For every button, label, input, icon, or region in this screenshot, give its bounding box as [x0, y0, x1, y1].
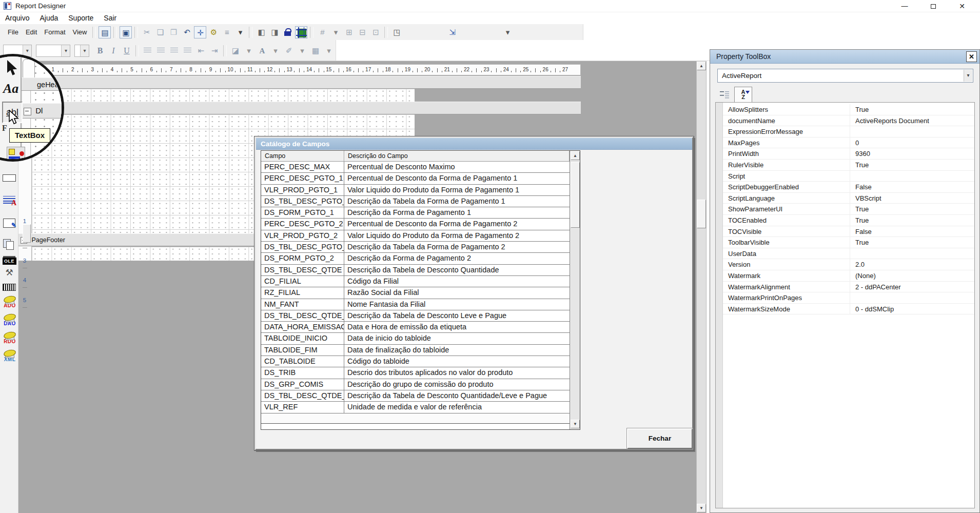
scrollbar-thumb[interactable] — [697, 200, 706, 228]
ado-data-control-icon[interactable]: ADO — [2, 296, 18, 308]
catalog-row[interactable]: DS_TBL_DESC_PGTO_2 Descrição da Tabela d… — [261, 242, 570, 253]
WatermarkAlignment[interactable]: WatermarkAlignment 2 - ddPACenter — [723, 282, 974, 293]
underline-icon[interactable]: U — [121, 45, 133, 57]
catalog-row[interactable]: PERC_DESC_PGTO_1 Percentual de Desconto … — [261, 173, 570, 184]
catalog-row[interactable]: DS_TBL_DESC_QTDE_V3 Descrição da Tabela … — [261, 390, 570, 402]
dropdown-arrow-icon[interactable]: ▾ — [296, 45, 308, 57]
column-header-descricao[interactable]: Descrição do Campo — [344, 151, 570, 162]
catalog-row[interactable]: VLR_REF Unidade de medida e valor de ref… — [261, 402, 570, 413]
scrollbar-thumb[interactable] — [571, 162, 580, 228]
categorized-view-button[interactable] — [716, 87, 732, 103]
bring-to-front-icon[interactable]: ◧ — [255, 26, 267, 38]
catalog-row[interactable]: CD_FILIAL Código da Filial — [261, 276, 570, 287]
reorder-icon[interactable]: ⇲ — [446, 26, 458, 38]
catalog-row[interactable]: VLR_PROD_PGTO_1 Valor Liquido do Produto… — [261, 185, 570, 196]
dao-data-control-icon[interactable]: DAO — [2, 314, 18, 326]
barcode-tool[interactable] — [2, 284, 16, 293]
report-explorer-icon[interactable]: ▤ — [99, 26, 111, 38]
dropdown-arrow-icon[interactable]: ▾ — [243, 45, 255, 57]
column-header-campo[interactable]: Campo — [261, 151, 344, 162]
MaxPages[interactable]: MaxPages 0 — [723, 137, 974, 149]
documentName[interactable]: documentName ActiveReports Document — [723, 115, 974, 127]
scroll-down-icon[interactable]: ▼ — [571, 420, 580, 428]
page-setup-icon[interactable]: ▣ — [120, 26, 132, 38]
nudge-icon[interactable]: ✛ — [194, 26, 206, 38]
line-color-icon[interactable]: ✐ — [283, 45, 295, 57]
rdo-data-control-icon[interactable]: RDO — [2, 332, 18, 344]
toolbar-icon[interactable] — [310, 27, 313, 38]
scroll-down-icon[interactable]: ▼ — [697, 504, 706, 512]
crop-icon[interactable]: ◳ — [390, 26, 403, 38]
TOCVisible[interactable]: TOCVisible False — [723, 226, 974, 238]
border-style-icon[interactable]: ▦ — [309, 45, 322, 57]
dialog-title-bar[interactable]: Catálogo de Campos — [256, 138, 692, 150]
paste-icon[interactable]: ❒ — [167, 26, 180, 38]
make-same-height-icon[interactable]: ⊟ — [356, 26, 368, 38]
lock-icon[interactable] — [282, 26, 294, 38]
section-splitter-handle[interactable] — [23, 224, 31, 243]
ScriptDebuggerEnabled[interactable]: ScriptDebuggerEnabled False — [723, 182, 974, 193]
PrintWidth[interactable]: PrintWidth 9360 — [723, 148, 974, 160]
TOCEnabled[interactable]: TOCEnabled True — [723, 215, 974, 226]
chevron-down-icon[interactable]: ▾ — [61, 45, 70, 56]
catalog-row[interactable]: VLR_PROD_PGTO_2 Valor Liquido do Produto… — [261, 230, 570, 242]
menu-edit[interactable]: Edit — [22, 28, 41, 36]
partial-tool-icon[interactable]: F — [2, 124, 7, 133]
dropdown-arrow-icon[interactable]: ▾ — [329, 26, 342, 38]
copy-icon[interactable]: ❏ — [154, 26, 166, 38]
toolbar-icon[interactable] — [134, 27, 138, 38]
catalog-row[interactable]: PERC_DESC_PGTO_2 Percentual de Desconto … — [261, 219, 570, 230]
font-size-combo[interactable]: ▾ — [74, 45, 89, 57]
Watermark[interactable]: Watermark (None) — [723, 270, 974, 282]
section-bar-detail[interactable] — [18, 102, 581, 114]
subreport-tool[interactable] — [2, 239, 16, 250]
bold-icon[interactable]: B — [94, 45, 106, 57]
ScriptLanguage[interactable]: ScriptLanguage VBScript — [723, 193, 974, 204]
panel-close-button[interactable]: ✕ — [966, 51, 977, 62]
menu-format[interactable]: Format — [41, 28, 69, 36]
label-tool-icon[interactable]: Aa — [3, 81, 18, 96]
increase-indent-icon[interactable]: ⇥ — [208, 45, 221, 57]
ToolbarVisible[interactable]: ToolbarVisible True — [723, 237, 974, 248]
menu-ajuda[interactable]: Ajuda — [34, 12, 63, 22]
ExpressionErrorMessage[interactable]: ExpressionErrorMessage — [723, 126, 974, 137]
menu-suporte[interactable]: Suporte — [63, 12, 99, 22]
toolbar-icon[interactable] — [404, 26, 445, 38]
decrease-indent-icon[interactable]: ⇤ — [195, 45, 207, 57]
catalog-row[interactable]: DATA_HORA_EMISSAO Data e Hora de emissão… — [261, 322, 570, 333]
catalog-row[interactable]: DS_TRIB Descrio dos tributos aplicados n… — [261, 367, 570, 379]
catalog-row[interactable]: DS_FORM_PGTO_2 Descrição da Forma de Pag… — [261, 253, 570, 264]
font-style-combo[interactable]: ▾ — [36, 45, 70, 57]
custom-control-tool[interactable]: ⚒ — [2, 267, 16, 278]
minimize-button[interactable]: — — [893, 0, 916, 12]
toolbar-icon[interactable] — [384, 27, 388, 38]
grid-icon[interactable]: # — [316, 26, 328, 38]
xml-data-control-icon[interactable]: XML — [2, 350, 18, 362]
make-same-size-icon[interactable]: ⊡ — [369, 26, 382, 38]
chevron-down-icon[interactable]: ▾ — [964, 70, 972, 82]
restore-button[interactable] — [922, 0, 945, 12]
catalog-row[interactable]: DS_TBL_DESC_PGTO_1 Descrição da Tabela d… — [261, 196, 570, 207]
richtext-tool[interactable]: A — [2, 196, 16, 207]
italic-icon[interactable]: I — [107, 45, 120, 57]
dropdown-arrow-icon[interactable]: ▾ — [501, 26, 514, 38]
collapse-section-icon[interactable] — [24, 108, 31, 115]
format-icon[interactable] — [223, 45, 227, 56]
make-same-width-icon[interactable]: ⊞ — [343, 26, 355, 38]
bullet-list-icon[interactable] — [182, 45, 194, 57]
align-right-icon[interactable] — [168, 45, 181, 57]
scroll-up-icon[interactable]: ▲ — [697, 62, 706, 70]
undo-icon[interactable]: ↶ — [181, 26, 193, 38]
pointer-tool-icon[interactable] — [5, 60, 18, 79]
chevron-down-icon[interactable]: ▾ — [80, 45, 89, 56]
RulerVisible[interactable]: RulerVisible True — [723, 160, 974, 171]
UserData[interactable]: UserData — [723, 248, 974, 260]
field-tool-icon[interactable] — [7, 147, 25, 162]
catalog-row[interactable]: RZ_FILIAL Razão Social da Filial — [261, 287, 570, 299]
format-icon[interactable] — [135, 45, 139, 56]
section-bar-pageheader[interactable] — [18, 76, 581, 89]
insert-fields-icon[interactable]: ⚙ — [207, 26, 220, 38]
pageheader-band[interactable] — [32, 89, 415, 102]
snap-to-grid-icon[interactable] — [295, 26, 307, 38]
scroll-up-icon[interactable]: ▲ — [571, 151, 580, 160]
